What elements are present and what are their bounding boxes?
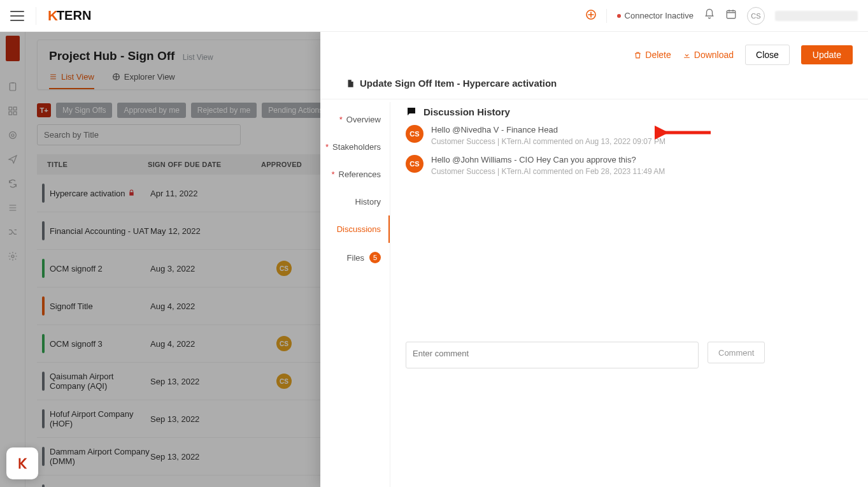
app-logo[interactable]: KTERN	[48, 8, 91, 24]
hamburger-menu-icon[interactable]	[10, 11, 24, 21]
files-count-badge: 5	[369, 252, 381, 263]
slide-panel: Delete Download Close Update Update Sign…	[320, 32, 868, 487]
comment-message: Hello @John Williams - CIO Hey Can you a…	[431, 155, 665, 164]
connector-status[interactable]: Connector Inactive	[617, 11, 694, 20]
update-button[interactable]: Update	[801, 45, 853, 64]
comment-input[interactable]	[406, 342, 699, 368]
tab-history[interactable]: History	[320, 188, 390, 215]
comment-button[interactable]: Comment	[708, 342, 765, 363]
comment-compose: Comment	[406, 342, 853, 368]
panel-body: *Overview *Stakeholders *References Hist…	[320, 102, 868, 487]
close-button[interactable]: Close	[745, 45, 790, 65]
user-avatar[interactable]: CS	[747, 7, 765, 25]
user-name-redacted	[775, 11, 858, 21]
topbar: KTERN Connector Inactive CS	[0, 0, 868, 32]
ktern-k-icon	[15, 456, 29, 470]
download-link[interactable]: Download	[683, 50, 734, 60]
comment-meta: Customer Success | KTern.AI commented on…	[431, 137, 665, 146]
connector-label: Connector Inactive	[625, 11, 694, 20]
tab-stakeholders[interactable]: *Stakeholders	[320, 133, 390, 161]
tab-discussions[interactable]: Discussions	[320, 215, 390, 243]
delete-link[interactable]: Delete	[634, 50, 671, 60]
discussion-header: Discussion History	[406, 106, 853, 117]
discussion-content: Discussion History CSHello @Nivedha V - …	[390, 102, 868, 487]
comment-item: CSHello @Nivedha V - Finance HeadCustome…	[406, 125, 853, 146]
logo-text: TERN	[57, 8, 91, 23]
comment-message: Hello @Nivedha V - Finance Head	[431, 125, 665, 134]
panel-title: Update Sign Off Item - Hypercare activat…	[320, 71, 868, 99]
document-icon	[346, 79, 355, 88]
panel-actions: Delete Download Close Update	[320, 32, 868, 71]
panel-side-tabs: *Overview *Stakeholders *References Hist…	[320, 102, 390, 487]
comment-avatar: CS	[406, 125, 423, 143]
comment-item: CSHello @John Williams - CIO Hey Can you…	[406, 155, 853, 176]
calendar-icon[interactable]	[725, 8, 737, 23]
speech-bubble-icon	[406, 106, 417, 117]
bell-icon[interactable]	[704, 8, 715, 23]
svg-rect-1	[727, 11, 736, 18]
status-dot-icon	[617, 14, 621, 18]
comment-avatar: CS	[406, 155, 423, 173]
tab-overview[interactable]: *Overview	[320, 106, 390, 133]
separator	[36, 7, 36, 25]
separator	[606, 9, 607, 23]
comment-meta: Customer Success | KTern.AI commented on…	[431, 167, 665, 176]
tab-references[interactable]: *References	[320, 161, 390, 188]
plus-circle-icon[interactable]	[586, 10, 596, 22]
tab-files[interactable]: Files5	[320, 243, 390, 272]
floating-launcher[interactable]	[6, 447, 38, 479]
